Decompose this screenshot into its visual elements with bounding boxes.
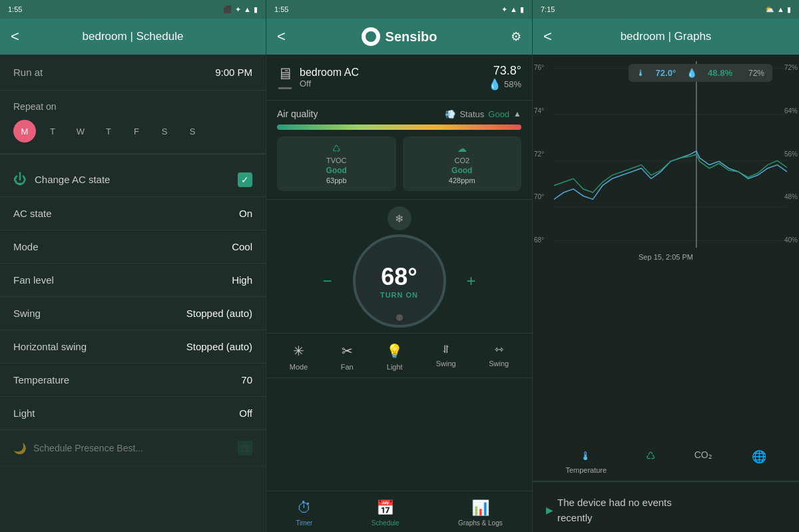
header-1: < bedroom | Schedule	[0, 19, 266, 55]
bottom-checkbox[interactable]: □	[238, 441, 252, 455]
status-bar-1: 1:55 ⬛ ✦ ▲ ▮	[0, 0, 266, 19]
nav-graphs[interactable]: 📊 Graphs & Logs	[458, 499, 503, 527]
aq-header: Air quality 💨 Status Good ▲	[277, 109, 521, 119]
device-temp-info: 73.8° 💧 58%	[488, 64, 521, 91]
graph-time-label: Sep 15, 2:05 PM	[539, 250, 792, 266]
light-icon: 💡	[386, 343, 403, 359]
legend-co2[interactable]: CO₂	[694, 449, 712, 474]
back-button-2[interactable]: <	[277, 28, 286, 45]
y-label-72: 72°	[534, 150, 544, 158]
change-ac-state-row[interactable]: ⏻ Change AC state ✓	[0, 162, 266, 197]
status-bar-3: 7:15 ⛅ ▲ ▮	[533, 0, 799, 19]
thermostat-dot	[396, 314, 403, 321]
day-S2[interactable]: S	[181, 120, 204, 142]
bottom-schedule-label: Schedule Presence Best...	[33, 443, 143, 453]
day-M[interactable]: M	[13, 120, 36, 142]
signal-icon-2: ▲	[510, 5, 517, 13]
spacer-1	[0, 154, 266, 162]
temp-increase-button[interactable]: +	[459, 269, 483, 293]
schedule-presence-icon: 🌙	[13, 442, 27, 455]
day-F[interactable]: F	[125, 120, 148, 142]
tvoc-quality: Good	[326, 166, 347, 175]
thermostat-action[interactable]: TURN ON	[380, 291, 418, 299]
days-row: M T W T F S S	[13, 120, 252, 142]
bottom-schedule-item[interactable]: 🌙 Schedule Presence Best... □	[0, 430, 266, 467]
aq-status-value: Good	[488, 109, 509, 119]
humidity-drop-icon: 💧	[488, 78, 501, 91]
light-control[interactable]: 💡 Light	[386, 343, 403, 371]
setting-label-swing: Swing	[13, 308, 41, 319]
setting-row-temp[interactable]: Temperature 70	[0, 364, 266, 397]
ac-state-checkbox[interactable]: ✓	[238, 172, 252, 187]
graph-tooltip: 🌡 72.0° 💧 48.8% 72%	[629, 64, 772, 82]
panel-sensibo: 1:55 ✦ ▲ ▮ < Sensibo ⚙ 🖥 ▬▬ bedroom AC O…	[266, 0, 533, 532]
setting-row-hswing[interactable]: Horizontal swing Stopped (auto)	[0, 330, 266, 364]
y-label-48p: 48%	[784, 193, 798, 200]
legend-global[interactable]: 🌐	[752, 449, 766, 474]
y-label-74: 74°	[534, 107, 544, 115]
mode-control[interactable]: ✳ Mode	[290, 343, 308, 371]
back-button-3[interactable]: <	[543, 28, 552, 45]
day-W[interactable]: W	[69, 120, 92, 142]
tooltip-humidity: 48.8%	[708, 68, 732, 78]
nav-schedule[interactable]: 📅 Schedule	[372, 499, 400, 527]
thermostat-ring: 68° TURN ON	[353, 234, 446, 328]
device-status: Off	[300, 79, 359, 89]
legend-row: 🌡 Temperature ♺ CO₂ 🌐	[533, 443, 799, 481]
xbox-icon: ⬛	[223, 5, 232, 14]
temp-decrease-button[interactable]: −	[316, 269, 340, 293]
mode-button[interactable]: ❄	[388, 206, 411, 230]
aq-metrics: ♺ TVOC Good 63ppb ☁ CO2 Good 428ppm	[277, 136, 521, 191]
legend-tvoc[interactable]: ♺	[646, 449, 655, 474]
nav-timer[interactable]: ⏱ Timer	[296, 499, 312, 527]
setting-label-light: Light	[13, 407, 35, 419]
aq-status-group: 💨 Status Good ▲	[445, 109, 521, 119]
setting-value-hswing: Stopped (auto)	[186, 341, 252, 352]
fan-icon: ✂	[342, 343, 353, 359]
day-T1[interactable]: T	[41, 120, 64, 142]
battery-icon: ▮	[254, 5, 258, 14]
day-S1[interactable]: S	[153, 120, 176, 142]
status-time-3: 7:15	[541, 5, 555, 13]
y-label-76: 76°	[534, 64, 544, 71]
page-title-1: bedroom | Schedule	[83, 30, 184, 43]
bluetooth-icon: ✦	[235, 5, 241, 14]
thermometer-legend-icon: 🌡	[580, 449, 592, 463]
setting-value-temp: 70	[241, 374, 252, 386]
swing-h-control[interactable]: ⇿ Swing	[489, 343, 509, 371]
day-T2[interactable]: T	[97, 120, 120, 142]
run-at-row: Run at 9:00 PM	[0, 55, 266, 91]
schedule-content: Run at 9:00 PM Repeat on M T W T F S S ⏻…	[0, 55, 266, 532]
setting-row-ac-state[interactable]: AC state On	[0, 197, 266, 230]
setting-row-fan[interactable]: Fan level High	[0, 264, 266, 297]
setting-value-mode: Cool	[232, 241, 252, 252]
graph-svg	[554, 61, 787, 248]
repeat-section: Repeat on M T W T F S S	[0, 91, 266, 154]
setting-row-swing[interactable]: Swing Stopped (auto)	[0, 297, 266, 330]
aq-wind-icon: 💨	[445, 109, 455, 119]
fan-control[interactable]: ✂ Fan	[341, 343, 354, 371]
setting-label-ac-state: AC state	[13, 208, 52, 219]
legend-temperature[interactable]: 🌡 Temperature	[565, 449, 607, 474]
y-label-70: 70°	[534, 193, 544, 200]
co2-icon: ☁	[457, 143, 467, 154]
back-button-1[interactable]: <	[11, 28, 19, 45]
no-events-arrow-icon: ▶	[546, 503, 553, 517]
swing-h-label: Swing	[489, 360, 509, 368]
controls-row: ✳ Mode ✂ Fan 💡 Light ⥯ Swing ⇿ Swing	[266, 334, 532, 378]
swing-v-label: Swing	[436, 360, 456, 368]
battery-icon-2: ▮	[520, 5, 524, 14]
cloud-icon-3: ⛅	[765, 5, 774, 14]
swing-v-control[interactable]: ⥯ Swing	[436, 343, 456, 371]
panel-schedule: 1:55 ⬛ ✦ ▲ ▮ < bedroom | Schedule Run at…	[0, 0, 266, 532]
schedule-label: Schedule	[372, 519, 400, 527]
no-events-row: ▶ The device had no events recently	[546, 495, 786, 525]
setting-row-mode[interactable]: Mode Cool	[0, 230, 266, 264]
setting-value-ac-state: On	[239, 208, 252, 219]
app-name: Sensibo	[386, 29, 437, 45]
setting-row-light[interactable]: Light Off	[0, 397, 266, 430]
header-2: < Sensibo ⚙	[266, 19, 532, 55]
gear-icon[interactable]: ⚙	[511, 29, 521, 44]
tvoc-legend-icon: ♺	[646, 449, 655, 462]
bottom-nav: ⏱ Timer 📅 Schedule 📊 Graphs & Logs	[266, 491, 532, 532]
